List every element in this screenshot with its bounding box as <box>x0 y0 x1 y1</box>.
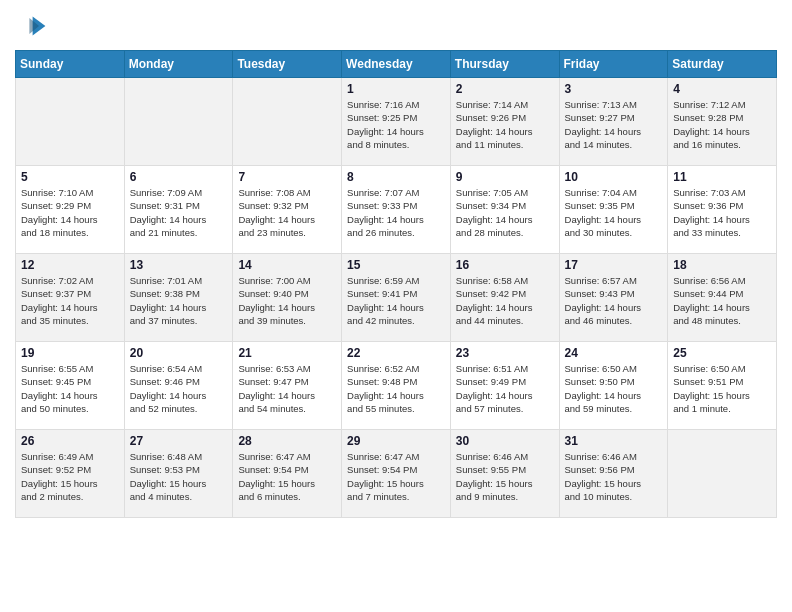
calendar-cell: 4Sunrise: 7:12 AMSunset: 9:28 PMDaylight… <box>668 78 777 166</box>
day-info: Sunrise: 6:53 AMSunset: 9:47 PMDaylight:… <box>238 362 336 415</box>
day-info: Sunrise: 7:01 AMSunset: 9:38 PMDaylight:… <box>130 274 228 327</box>
day-info: Sunrise: 6:50 AMSunset: 9:50 PMDaylight:… <box>565 362 663 415</box>
day-number: 1 <box>347 82 445 96</box>
day-number: 9 <box>456 170 554 184</box>
logo-icon <box>15 10 47 42</box>
day-info: Sunrise: 7:12 AMSunset: 9:28 PMDaylight:… <box>673 98 771 151</box>
day-number: 4 <box>673 82 771 96</box>
weekday-header-thursday: Thursday <box>450 51 559 78</box>
calendar-cell: 9Sunrise: 7:05 AMSunset: 9:34 PMDaylight… <box>450 166 559 254</box>
day-info: Sunrise: 7:16 AMSunset: 9:25 PMDaylight:… <box>347 98 445 151</box>
day-number: 22 <box>347 346 445 360</box>
day-number: 6 <box>130 170 228 184</box>
day-info: Sunrise: 6:56 AMSunset: 9:44 PMDaylight:… <box>673 274 771 327</box>
weekday-header-monday: Monday <box>124 51 233 78</box>
calendar-cell: 1Sunrise: 7:16 AMSunset: 9:25 PMDaylight… <box>342 78 451 166</box>
day-number: 16 <box>456 258 554 272</box>
day-info: Sunrise: 6:59 AMSunset: 9:41 PMDaylight:… <box>347 274 445 327</box>
calendar-body: 1Sunrise: 7:16 AMSunset: 9:25 PMDaylight… <box>16 78 777 518</box>
calendar-cell: 26Sunrise: 6:49 AMSunset: 9:52 PMDayligh… <box>16 430 125 518</box>
calendar-cell: 28Sunrise: 6:47 AMSunset: 9:54 PMDayligh… <box>233 430 342 518</box>
day-info: Sunrise: 6:55 AMSunset: 9:45 PMDaylight:… <box>21 362 119 415</box>
day-number: 10 <box>565 170 663 184</box>
day-number: 27 <box>130 434 228 448</box>
day-info: Sunrise: 6:52 AMSunset: 9:48 PMDaylight:… <box>347 362 445 415</box>
weekday-header-friday: Friday <box>559 51 668 78</box>
calendar-week-row: 26Sunrise: 6:49 AMSunset: 9:52 PMDayligh… <box>16 430 777 518</box>
calendar-cell: 18Sunrise: 6:56 AMSunset: 9:44 PMDayligh… <box>668 254 777 342</box>
calendar-cell: 29Sunrise: 6:47 AMSunset: 9:54 PMDayligh… <box>342 430 451 518</box>
day-info: Sunrise: 7:13 AMSunset: 9:27 PMDaylight:… <box>565 98 663 151</box>
calendar-cell: 23Sunrise: 6:51 AMSunset: 9:49 PMDayligh… <box>450 342 559 430</box>
day-number: 31 <box>565 434 663 448</box>
calendar-cell: 3Sunrise: 7:13 AMSunset: 9:27 PMDaylight… <box>559 78 668 166</box>
calendar-table: SundayMondayTuesdayWednesdayThursdayFrid… <box>15 50 777 518</box>
day-info: Sunrise: 7:05 AMSunset: 9:34 PMDaylight:… <box>456 186 554 239</box>
calendar-week-row: 5Sunrise: 7:10 AMSunset: 9:29 PMDaylight… <box>16 166 777 254</box>
calendar-cell: 30Sunrise: 6:46 AMSunset: 9:55 PMDayligh… <box>450 430 559 518</box>
calendar-cell: 5Sunrise: 7:10 AMSunset: 9:29 PMDaylight… <box>16 166 125 254</box>
calendar-cell: 7Sunrise: 7:08 AMSunset: 9:32 PMDaylight… <box>233 166 342 254</box>
day-number: 11 <box>673 170 771 184</box>
calendar-cell <box>16 78 125 166</box>
header <box>15 10 777 42</box>
calendar-cell: 15Sunrise: 6:59 AMSunset: 9:41 PMDayligh… <box>342 254 451 342</box>
day-number: 21 <box>238 346 336 360</box>
calendar-week-row: 12Sunrise: 7:02 AMSunset: 9:37 PMDayligh… <box>16 254 777 342</box>
day-info: Sunrise: 7:09 AMSunset: 9:31 PMDaylight:… <box>130 186 228 239</box>
day-number: 5 <box>21 170 119 184</box>
day-number: 29 <box>347 434 445 448</box>
day-info: Sunrise: 6:46 AMSunset: 9:55 PMDaylight:… <box>456 450 554 503</box>
day-info: Sunrise: 7:08 AMSunset: 9:32 PMDaylight:… <box>238 186 336 239</box>
calendar-cell: 27Sunrise: 6:48 AMSunset: 9:53 PMDayligh… <box>124 430 233 518</box>
weekday-header-wednesday: Wednesday <box>342 51 451 78</box>
calendar-week-row: 1Sunrise: 7:16 AMSunset: 9:25 PMDaylight… <box>16 78 777 166</box>
day-number: 2 <box>456 82 554 96</box>
calendar-cell <box>668 430 777 518</box>
calendar-header: SundayMondayTuesdayWednesdayThursdayFrid… <box>16 51 777 78</box>
calendar-cell <box>124 78 233 166</box>
day-number: 28 <box>238 434 336 448</box>
weekday-header-saturday: Saturday <box>668 51 777 78</box>
day-number: 20 <box>130 346 228 360</box>
calendar-cell: 16Sunrise: 6:58 AMSunset: 9:42 PMDayligh… <box>450 254 559 342</box>
day-info: Sunrise: 6:47 AMSunset: 9:54 PMDaylight:… <box>238 450 336 503</box>
day-number: 25 <box>673 346 771 360</box>
day-info: Sunrise: 6:50 AMSunset: 9:51 PMDaylight:… <box>673 362 771 415</box>
day-number: 3 <box>565 82 663 96</box>
calendar-cell: 6Sunrise: 7:09 AMSunset: 9:31 PMDaylight… <box>124 166 233 254</box>
day-info: Sunrise: 7:14 AMSunset: 9:26 PMDaylight:… <box>456 98 554 151</box>
day-number: 19 <box>21 346 119 360</box>
calendar-cell: 14Sunrise: 7:00 AMSunset: 9:40 PMDayligh… <box>233 254 342 342</box>
day-info: Sunrise: 6:48 AMSunset: 9:53 PMDaylight:… <box>130 450 228 503</box>
day-number: 24 <box>565 346 663 360</box>
day-number: 23 <box>456 346 554 360</box>
day-number: 26 <box>21 434 119 448</box>
page: SundayMondayTuesdayWednesdayThursdayFrid… <box>0 0 792 533</box>
day-number: 13 <box>130 258 228 272</box>
day-number: 8 <box>347 170 445 184</box>
day-number: 15 <box>347 258 445 272</box>
day-info: Sunrise: 6:49 AMSunset: 9:52 PMDaylight:… <box>21 450 119 503</box>
day-info: Sunrise: 6:54 AMSunset: 9:46 PMDaylight:… <box>130 362 228 415</box>
day-info: Sunrise: 6:58 AMSunset: 9:42 PMDaylight:… <box>456 274 554 327</box>
day-info: Sunrise: 7:04 AMSunset: 9:35 PMDaylight:… <box>565 186 663 239</box>
calendar-cell: 10Sunrise: 7:04 AMSunset: 9:35 PMDayligh… <box>559 166 668 254</box>
calendar-cell: 2Sunrise: 7:14 AMSunset: 9:26 PMDaylight… <box>450 78 559 166</box>
calendar-cell: 8Sunrise: 7:07 AMSunset: 9:33 PMDaylight… <box>342 166 451 254</box>
calendar-week-row: 19Sunrise: 6:55 AMSunset: 9:45 PMDayligh… <box>16 342 777 430</box>
calendar-cell: 11Sunrise: 7:03 AMSunset: 9:36 PMDayligh… <box>668 166 777 254</box>
day-info: Sunrise: 7:03 AMSunset: 9:36 PMDaylight:… <box>673 186 771 239</box>
day-number: 7 <box>238 170 336 184</box>
day-info: Sunrise: 7:00 AMSunset: 9:40 PMDaylight:… <box>238 274 336 327</box>
day-info: Sunrise: 7:02 AMSunset: 9:37 PMDaylight:… <box>21 274 119 327</box>
calendar-cell: 24Sunrise: 6:50 AMSunset: 9:50 PMDayligh… <box>559 342 668 430</box>
weekday-header-sunday: Sunday <box>16 51 125 78</box>
day-info: Sunrise: 7:10 AMSunset: 9:29 PMDaylight:… <box>21 186 119 239</box>
day-number: 12 <box>21 258 119 272</box>
weekday-header-tuesday: Tuesday <box>233 51 342 78</box>
day-number: 18 <box>673 258 771 272</box>
weekday-header-row: SundayMondayTuesdayWednesdayThursdayFrid… <box>16 51 777 78</box>
logo <box>15 10 51 42</box>
day-info: Sunrise: 6:46 AMSunset: 9:56 PMDaylight:… <box>565 450 663 503</box>
